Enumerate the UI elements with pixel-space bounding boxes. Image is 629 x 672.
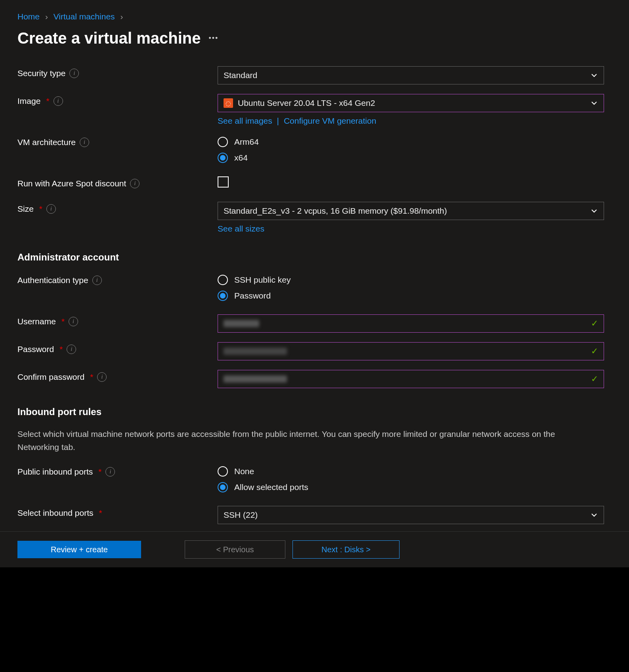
checkmark-icon: ✓ [591,318,598,329]
chevron-right-icon: › [45,12,48,21]
select-inbound-ports-value: SSH (22) [224,510,258,520]
confirm-password-input[interactable]: ✓ [218,370,604,388]
inbound-allow-radio[interactable]: Allow selected ports [218,482,604,492]
chevron-right-icon: › [120,12,123,21]
arch-x64-radio[interactable]: x64 [218,153,604,163]
previous-button[interactable]: < Previous [185,540,285,559]
chevron-down-icon [590,99,598,107]
see-all-images-link[interactable]: See all images [218,116,272,125]
radio-icon [218,466,228,477]
username-label: Username [17,317,56,326]
required-icon: * [46,96,49,106]
image-value: Ubuntu Server 20.04 LTS - x64 Gen2 [238,98,375,108]
arch-x64-label: x64 [234,153,248,163]
info-icon[interactable]: i [80,138,89,147]
auth-ssh-radio[interactable]: SSH public key [218,275,604,285]
auth-password-label: Password [234,291,271,301]
security-type-select[interactable]: Standard [218,66,604,84]
page-title: Create a virtual machine [17,29,201,47]
confirm-password-label: Confirm password [17,372,84,382]
radio-icon [218,482,228,492]
checkmark-icon: ✓ [591,374,598,384]
size-select[interactable]: Standard_E2s_v3 - 2 vcpus, 16 GiB memory… [218,202,604,220]
inbound-rules-description: Select which virtual machine network por… [17,428,596,454]
password-input[interactable]: ✓ [218,342,604,360]
info-icon[interactable]: i [105,467,115,477]
required-icon: * [39,204,42,214]
ubuntu-icon: ◌ [224,98,233,108]
info-icon[interactable]: i [67,345,76,354]
password-label: Password [17,345,54,354]
see-all-sizes-link[interactable]: See all sizes [218,224,264,233]
security-type-value: Standard [224,71,257,80]
info-icon[interactable]: i [69,317,78,326]
arch-arm64-radio[interactable]: Arm64 [218,137,604,147]
admin-account-heading: Administrator account [17,252,612,263]
inbound-none-radio[interactable]: None [218,466,604,477]
security-type-label: Security type [17,69,65,78]
radio-icon [218,275,228,285]
configure-vm-generation-link[interactable]: Configure VM generation [284,116,376,125]
obscured-text [224,348,287,355]
username-input[interactable]: ✓ [218,314,604,333]
info-icon[interactable]: i [92,276,102,285]
auth-password-radio[interactable]: Password [218,291,604,301]
public-inbound-ports-label: Public inbound ports [17,467,93,477]
auth-type-label: Authentication type [17,276,88,285]
radio-icon [218,153,228,163]
info-icon[interactable]: i [54,96,63,106]
required-icon: * [99,508,102,518]
vm-architecture-label: VM architecture [17,138,76,147]
chevron-down-icon [590,207,598,215]
size-value: Standard_E2s_v3 - 2 vcpus, 16 GiB memory… [224,206,447,216]
inbound-allow-label: Allow selected ports [234,482,308,492]
info-icon[interactable]: i [46,204,56,214]
arch-arm64-label: Arm64 [234,137,259,147]
auth-ssh-label: SSH public key [234,275,291,285]
obscured-text [224,375,287,383]
breadcrumb-home[interactable]: Home [17,12,40,21]
chevron-down-icon [590,71,598,79]
more-icon[interactable]: ••• [208,34,218,42]
breadcrumb-virtual-machines[interactable]: Virtual machines [54,12,115,21]
required-icon: * [61,317,65,326]
inbound-none-label: None [234,467,254,476]
select-inbound-ports-label: Select inbound ports [17,508,93,518]
spot-discount-checkbox[interactable] [218,176,229,188]
select-inbound-ports-select[interactable]: SSH (22) [218,506,604,524]
obscured-text [224,320,259,327]
required-icon: * [59,345,63,354]
checkmark-icon: ✓ [591,346,598,356]
spot-discount-label: Run with Azure Spot discount [17,179,126,188]
required-icon: * [98,467,101,477]
review-create-button[interactable]: Review + create [17,541,141,558]
required-icon: * [90,372,93,382]
info-icon[interactable]: i [97,372,107,382]
breadcrumb: Home › Virtual machines › [17,12,612,21]
inbound-rules-heading: Inbound port rules [17,406,612,417]
size-label: Size [17,204,34,214]
info-icon[interactable]: i [130,179,140,188]
radio-icon [218,137,228,147]
info-icon[interactable]: i [69,69,79,78]
next-disks-button[interactable]: Next : Disks > [293,540,400,559]
chevron-down-icon [590,511,598,519]
image-select[interactable]: ◌ Ubuntu Server 20.04 LTS - x64 Gen2 [218,94,604,112]
image-label: Image [17,96,40,106]
radio-icon [218,291,228,301]
